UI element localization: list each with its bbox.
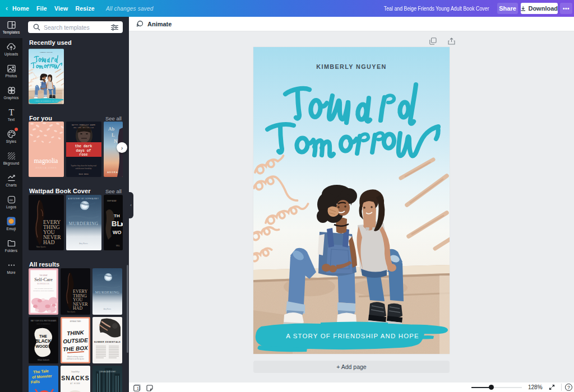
svg-text:THE: THE (39, 334, 47, 338)
svg-text:healthy: healthy (71, 370, 80, 373)
svg-text:SUMMER ESSENTIALS: SUMMER ESSENTIALS (94, 341, 121, 343)
svg-text:WATTYS SHORTLIST AWARD: WATTYS SHORTLIST AWARD (72, 124, 95, 126)
svg-text:days of: days of (76, 149, 91, 153)
svg-text:rose: rose (79, 153, 88, 157)
svg-text:MAY YOUR SOUL RESTING AGAIN: MAY YOUR SOUL RESTING AGAIN (31, 320, 56, 322)
svg-text:JESSICA JONES: JESSICA JONES (35, 167, 57, 169)
svg-text:MURDERING: MURDERING (95, 290, 120, 294)
svg-text:WORKBOOK: WORKBOOK (38, 283, 50, 285)
svg-text:and how to use this by one: and how to use this by one (67, 358, 84, 360)
svg-text:OUTSIDE: OUTSIDE (63, 337, 88, 344)
svg-text:MURDERING: MURDERING (69, 221, 99, 226)
svg-text:the dark: the dark (75, 144, 92, 148)
svg-text:Amy Rivers: Amy Rivers (104, 308, 112, 310)
svg-text:NEW YORK BESTSELLING: NEW YORK BESTSELLING (73, 127, 94, 129)
svg-text:co.: co. (9, 198, 13, 201)
svg-text:KIMBERLY NGUYEN: KIMBERLY NGUYEN (316, 63, 386, 70)
svg-text:Self-Care: Self-Care (34, 277, 53, 282)
svg-text:N: N (114, 138, 118, 144)
svg-text:Together they share the healin: Together they share the healing road (71, 165, 96, 167)
svg-text:HAD: HAD (73, 306, 83, 311)
svg-text:WILLIAM GOLDSMITH: WILLIAM GOLDSMITH (36, 323, 50, 325)
svg-text:Amy Rivers: Amy Rivers (79, 242, 88, 245)
svg-text:and discover friendship: and discover friendship (76, 167, 92, 170)
svg-text:WILL: WILL (116, 245, 120, 247)
svg-text:ADORA: ADORA (107, 171, 118, 174)
svg-text:HAD: HAD (43, 240, 55, 245)
svg-text:ANNA ALTMAN: ANNA ALTMAN (70, 320, 81, 323)
svg-text:BL▸: BL▸ (112, 220, 123, 228)
svg-text:T: T (8, 108, 14, 116)
svg-text:L: L (112, 132, 115, 138)
svg-text:JUNE AND A MYSTERY: JUNE AND A MYSTERY (99, 371, 116, 373)
svg-text:THINK: THINK (67, 329, 85, 337)
svg-text:Ab: Ab (108, 126, 114, 132)
svg-text:SNACKS: SNACKS (61, 375, 89, 381)
svg-text:A MYSTERY BY SOPHIA REY: A MYSTERY BY SOPHIA REY (68, 198, 99, 200)
svg-text:Nora Sparks: Nora Sparks (67, 311, 76, 313)
svg-text:1: 1 (137, 386, 139, 390)
svg-text:Falls: Falls (31, 380, 40, 384)
svg-text:William Goldsmith: William Goldsmith (38, 359, 49, 361)
svg-text:Find Your Best, Rest and Feel: Find Your Best, Rest and Feel (35, 288, 53, 290)
svg-text:ROSE REED: ROSE REED (78, 173, 88, 175)
svg-text:A book on being creative: A book on being creative (67, 356, 84, 358)
svg-text:A STORY OF FRIENDSHIP AND HOPE: A STORY OF FRIENDSHIP AND HOPE (286, 333, 419, 339)
svg-text:KEEP AWAY: KEEP AWAY (107, 200, 117, 202)
svg-text:WO: WO (113, 230, 122, 235)
svg-text:magnolia: magnolia (34, 157, 58, 165)
svg-text:BLACK: BLACK (35, 338, 52, 344)
svg-text:TH: TH (114, 213, 120, 218)
svg-text:Thought the Good Land Meditati: Thought the Good Land Meditation (33, 290, 54, 292)
svg-text:WOODS: WOODS (35, 344, 51, 348)
svg-text:AT HOME: AT HOME (70, 382, 80, 385)
svg-text:Nora Sparks: Nora Sparks (36, 246, 46, 248)
